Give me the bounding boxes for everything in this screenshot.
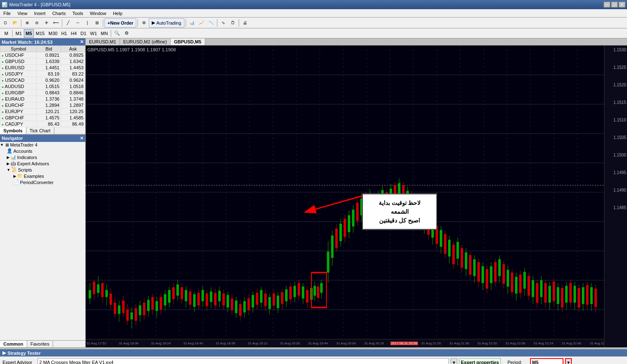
tf-m5[interactable]: M5 xyxy=(24,29,33,38)
new-order-button[interactable]: + New Order xyxy=(104,18,136,28)
tb-chart-bar[interactable]: 📊 xyxy=(187,18,196,28)
table-row[interactable]: ● GBPUSD 1.6339 1.6342 xyxy=(0,58,85,65)
nav-tab-favorites[interactable]: Favorites xyxy=(27,341,53,347)
menu-window[interactable]: Window xyxy=(87,10,110,17)
svg-rect-159 xyxy=(352,210,354,226)
svg-rect-123 xyxy=(277,296,279,308)
restore-button[interactable]: □ xyxy=(611,2,618,8)
expert-properties-button[interactable]: Expert properties xyxy=(459,358,501,364)
tab-eurusd-m2[interactable]: EURUSD,M2 (offline) xyxy=(120,38,171,45)
period-input[interactable] xyxy=(530,358,563,364)
tab-tick-chart[interactable]: Tick Chart xyxy=(26,127,54,134)
tb-open[interactable]: 📂 xyxy=(10,18,20,28)
tb-scroll[interactable]: ⟵ xyxy=(51,18,61,28)
st-icon: ▶ xyxy=(3,350,6,356)
nav-tab-common[interactable]: Common xyxy=(0,341,27,347)
menu-insert[interactable]: Insert xyxy=(31,10,49,17)
tf-settings[interactable]: ⚙ xyxy=(122,29,131,38)
expand-icon4: ▼ xyxy=(7,168,10,172)
tf-h4[interactable]: H4 xyxy=(69,29,78,38)
nav-period-converter[interactable]: 📄 PeriodConverter xyxy=(0,179,85,185)
nav-bottom-tabs: Common Favorites xyxy=(0,340,85,347)
period-dropdown-btn[interactable]: ▼ xyxy=(565,358,572,364)
table-row[interactable]: ● USDCHF 0.8921 0.8925 xyxy=(0,52,85,58)
svg-rect-223 xyxy=(486,269,488,289)
nav-indicators[interactable]: ▶ 📊 Indicators xyxy=(0,154,85,160)
tf-h1[interactable]: H1 xyxy=(59,29,69,38)
tf-m30[interactable]: M30 xyxy=(47,29,59,38)
svg-rect-95 xyxy=(218,291,221,301)
svg-rect-49 xyxy=(122,301,125,313)
nav-examples[interactable]: ▶ 📁 Examples xyxy=(0,173,85,179)
tb-chart-line[interactable]: 📉 xyxy=(206,18,216,28)
tb-new-chart[interactable]: 🗋 xyxy=(1,18,10,28)
tf-m[interactable]: M xyxy=(2,29,11,38)
svg-rect-33 xyxy=(89,290,91,298)
svg-rect-39 xyxy=(101,283,104,297)
tf-search[interactable]: 🔍 xyxy=(112,29,122,38)
tb-template[interactable]: 🗒 xyxy=(228,18,237,28)
svg-rect-113 xyxy=(256,293,258,305)
svg-rect-125 xyxy=(281,292,283,304)
nav-expert-advisors[interactable]: ▶ 🤖 Expert Advisors xyxy=(0,160,85,167)
ea-dropdown[interactable]: 2 MA Crosses Mega filter EA V1.ex4 xyxy=(38,358,449,364)
tb-line[interactable]: ╱ xyxy=(64,18,73,28)
tf-d1[interactable]: D1 xyxy=(79,29,88,38)
svg-rect-147 xyxy=(327,252,329,273)
table-row[interactable]: ● EURJPY 120.21 120.25 xyxy=(0,109,85,115)
table-row[interactable]: ● CADJPY 86.43 86.49 xyxy=(0,121,85,127)
table-row[interactable]: ● EURGBP 0.8843 0.8846 xyxy=(0,90,85,96)
table-row[interactable]: ● EURUSD 1.4451 1.4453 xyxy=(0,65,85,71)
tb-print[interactable]: 🖨 xyxy=(240,18,250,28)
price-2: 1.1525 xyxy=(613,65,626,70)
tb-chart-candle[interactable]: 📈 xyxy=(197,18,206,28)
table-row[interactable]: ● USDCAD 0.9620 0.9624 xyxy=(0,77,85,83)
tb-zoom-out[interactable]: ⊖ xyxy=(32,18,41,28)
tab-symbols[interactable]: Symbols xyxy=(0,127,26,134)
table-row[interactable]: ● EURCHF 1.2894 1.2897 xyxy=(0,102,85,109)
tb-fib[interactable]: ⊞ xyxy=(92,18,102,28)
svg-rect-257 xyxy=(557,287,559,304)
close-icon[interactable]: ✕ xyxy=(80,39,84,45)
ea-dropdown-btn[interactable]: ▼ xyxy=(451,358,457,364)
svg-rect-233 xyxy=(507,270,509,286)
svg-rect-239 xyxy=(519,275,522,293)
menu-help[interactable]: Help xyxy=(110,10,126,17)
menu-charts[interactable]: Charts xyxy=(49,10,69,17)
tb-options[interactable]: ⚙ xyxy=(139,18,148,28)
menu-tools[interactable]: Tools xyxy=(69,10,87,17)
autotrading-button[interactable]: ▶ AutoTrading xyxy=(149,18,184,28)
chart-area: EURUSD,M1 EURUSD,M2 (offline) GBPUSD,M5 … xyxy=(86,38,627,347)
table-row[interactable]: ● USDJPY 83.19 83.22 xyxy=(0,71,85,77)
nav-scripts[interactable]: ▼ 📜 Scripts xyxy=(0,167,85,173)
svg-rect-93 xyxy=(214,293,217,306)
tf-w1[interactable]: W1 xyxy=(89,29,99,38)
close-button[interactable]: ✕ xyxy=(619,2,625,8)
tab-eurusd-m1[interactable]: EURUSD,M1 xyxy=(86,38,120,45)
tf-mn[interactable]: MN xyxy=(99,29,110,38)
minimize-button[interactable]: ─ xyxy=(604,2,610,8)
close-nav-icon[interactable]: ✕ xyxy=(80,136,84,141)
menu-file[interactable]: File xyxy=(0,10,14,17)
tb-period-sep[interactable]: | xyxy=(83,18,92,28)
tab-gbpusd-m5[interactable]: GBPUSD,M5 xyxy=(171,38,205,45)
menu-view[interactable]: View xyxy=(14,10,31,17)
svg-rect-131 xyxy=(293,286,296,297)
tb-crosshair[interactable]: ✛ xyxy=(42,18,51,28)
nav-metatrader4[interactable]: ▼ 🖥 MetaTrader 4 xyxy=(0,142,85,148)
tf-m15[interactable]: M15 xyxy=(34,29,46,38)
tb-indicators[interactable]: ∿ xyxy=(219,18,228,28)
tf-m1[interactable]: M1 xyxy=(14,29,23,38)
tb-zoom-in[interactable]: ⊕ xyxy=(23,18,32,28)
svg-rect-265 xyxy=(573,286,576,303)
tb-hline[interactable]: ─ xyxy=(73,18,82,28)
table-row[interactable]: ● EURAUD 1.3736 1.3748 xyxy=(0,96,85,102)
tf-sep1 xyxy=(12,30,13,37)
candlestick-chart xyxy=(86,46,604,339)
table-row[interactable]: ● GBPCHF 1.4575 1.4585 xyxy=(0,115,85,121)
table-row[interactable]: ● AUDUSD 1.0515 1.0518 xyxy=(0,83,85,90)
svg-rect-221 xyxy=(482,266,484,283)
svg-rect-135 xyxy=(302,286,304,298)
nav-accounts[interactable]: 👤 Accounts xyxy=(0,148,85,154)
svg-rect-117 xyxy=(264,293,267,306)
